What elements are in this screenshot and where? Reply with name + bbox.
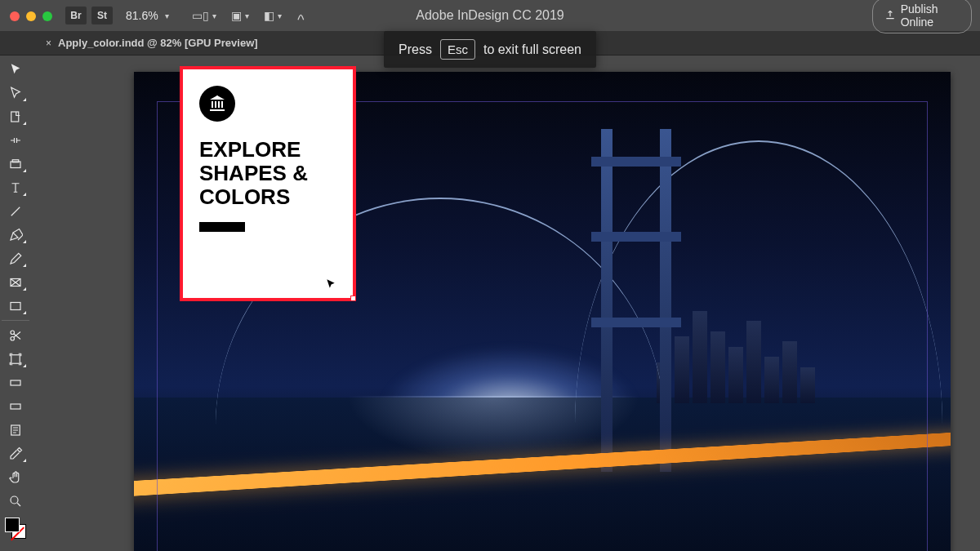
resize-handle-br[interactable] (350, 295, 356, 301)
fill-swatch[interactable] (5, 518, 20, 532)
view-option-2[interactable]: ▣ ▾ (231, 9, 249, 22)
panel-line-3: COLORS (199, 185, 353, 209)
view-option-1[interactable]: ▭▯ ▾ (192, 9, 216, 22)
direct-selection-tool[interactable] (2, 81, 29, 104)
rectangle-tool[interactable] (2, 294, 29, 318)
app-title: Adobe InDesign CC 2019 (416, 8, 564, 23)
gradient-swatch-tool[interactable] (2, 371, 29, 394)
chevron-down-icon: ▾ (165, 11, 169, 20)
window-controls (10, 11, 52, 21)
panel-heading: EXPLORE SHAPES & COLORS (199, 138, 353, 209)
zoom-tool[interactable] (2, 489, 29, 513)
page-tool[interactable] (2, 104, 29, 128)
eyedropper-tool[interactable] (2, 442, 29, 465)
content-collector-tool[interactable] (2, 152, 29, 176)
panel-line-2: SHAPES & (199, 162, 353, 185)
panel-line-1: EXPLORE (199, 138, 353, 162)
publish-label: Publish Online (901, 2, 960, 29)
svg-rect-2 (12, 159, 19, 162)
hint-suffix: to exit full screen (483, 42, 581, 57)
page[interactable]: EXPLORE SHAPES & COLORS (134, 72, 951, 551)
selected-text-frame[interactable]: EXPLORE SHAPES & COLORS (180, 66, 356, 301)
view-options-group: ▭▯ ▾ ▣ ▾ ◧ ▾ (192, 9, 310, 22)
fullscreen-window-button[interactable] (42, 11, 52, 21)
gradient-feather-tool[interactable] (2, 394, 29, 418)
hand-tool[interactable] (2, 465, 29, 489)
rectangle-frame-tool[interactable] (2, 270, 29, 294)
museum-icon (199, 86, 235, 122)
document-tab-label: Apply_color.indd @ 82% [GPU Preview] (58, 37, 258, 49)
view-option-3[interactable]: ◧ ▾ (264, 9, 282, 22)
esc-keycap: Esc (440, 39, 475, 60)
note-tool[interactable] (2, 418, 29, 442)
svg-rect-0 (11, 112, 19, 122)
upload-icon (884, 9, 896, 23)
stock-button[interactable]: St (91, 7, 113, 24)
bridge-button[interactable]: Br (65, 7, 87, 24)
tools-panel (0, 56, 31, 539)
pen-tool[interactable] (2, 223, 29, 247)
pencil-tool[interactable] (2, 247, 29, 270)
document-tab[interactable]: × Apply_color.indd @ 82% [GPU Preview] (46, 37, 258, 49)
fullscreen-hint: Press Esc to exit full screen (384, 31, 596, 68)
selection-tool[interactable] (2, 57, 29, 81)
gap-tool[interactable] (2, 128, 29, 152)
panel-accent-bar (199, 222, 245, 232)
zoom-level-dropdown[interactable]: 81.6% ▾ (126, 9, 169, 22)
line-tool[interactable] (2, 199, 29, 223)
svg-rect-8 (11, 380, 20, 385)
close-tab-icon[interactable]: × (46, 38, 51, 49)
close-window-button[interactable] (10, 11, 20, 21)
scissors-tool[interactable] (2, 323, 29, 347)
free-transform-tool[interactable] (2, 347, 29, 371)
tool-separator (2, 320, 29, 321)
minimize-window-button[interactable] (26, 11, 36, 21)
svg-rect-4 (11, 302, 20, 309)
svg-rect-9 (11, 404, 20, 409)
svg-point-11 (11, 496, 18, 504)
publish-online-button[interactable]: Publish Online (872, 0, 972, 33)
svg-point-12 (216, 96, 218, 97)
view-option-4[interactable] (296, 9, 310, 22)
document-canvas[interactable]: EXPLORE SHAPES & COLORS (33, 56, 980, 551)
hint-prefix: Press (399, 42, 432, 57)
svg-rect-7 (11, 354, 20, 363)
fill-stroke-swatch[interactable] (5, 518, 26, 539)
type-tool[interactable] (2, 176, 29, 199)
cursor-icon (325, 277, 336, 291)
zoom-value: 81.6% (126, 9, 158, 22)
app-topbar: Br St 81.6% ▾ ▭▯ ▾ ▣ ▾ ◧ ▾ Adobe InDesig… (0, 0, 980, 31)
